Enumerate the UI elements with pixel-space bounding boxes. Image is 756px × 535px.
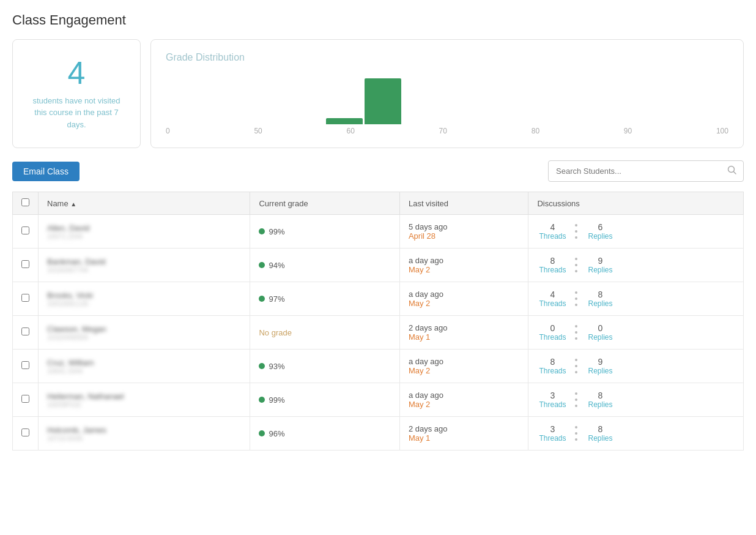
visited-ago: 2 days ago <box>409 424 520 433</box>
not-visited-count: 4 <box>68 57 86 89</box>
student-name: Clawson, Megan <box>47 324 241 334</box>
grade-value: 93% <box>269 362 284 371</box>
dot-1 <box>575 258 577 260</box>
header-discussions[interactable]: Discussions <box>528 192 744 215</box>
row-checkbox[interactable] <box>21 226 29 234</box>
student-id: 10320490000 <box>47 334 241 341</box>
threads-count-cell: 4 Threads <box>537 222 568 241</box>
student-name: Cruz, William <box>47 358 241 367</box>
replies-label: Replies <box>588 367 612 375</box>
replies-count-cell: 8 Replies <box>585 290 615 308</box>
grade-value: 99% <box>269 395 284 405</box>
threads-label: Threads <box>539 299 566 308</box>
replies-count-cell: 8 Replies <box>585 424 615 443</box>
row-checkbox[interactable] <box>21 260 29 268</box>
dot-1 <box>575 426 577 428</box>
dot-2 <box>575 331 577 334</box>
row-checkbox[interactable] <box>21 294 29 302</box>
dot-2 <box>575 230 577 233</box>
row-checkbox-cell[interactable] <box>13 215 39 249</box>
dot-1 <box>575 392 577 395</box>
visited-date: May 2 <box>409 299 520 308</box>
email-class-button[interactable]: Email Class <box>12 162 80 181</box>
dot-separator <box>573 357 580 375</box>
grade-distribution-title: Grade Distribution <box>166 52 728 63</box>
replies-label: Replies <box>588 232 612 241</box>
replies-label: Replies <box>588 299 612 308</box>
search-box[interactable] <box>548 160 744 182</box>
threads-label: Threads <box>539 367 566 375</box>
select-all-checkbox[interactable] <box>21 198 29 206</box>
dot-3 <box>575 438 577 441</box>
chart-bar <box>365 78 401 124</box>
student-last-visited-cell: a day ago May 2 <box>399 383 528 417</box>
header-name[interactable]: Name ▲ <box>39 192 250 215</box>
header-last-visited[interactable]: Last visited <box>399 192 528 215</box>
visited-date: May 1 <box>409 332 520 342</box>
threads-count: 4 <box>550 290 555 299</box>
student-discussions-cell: 4 Threads 6 Replies <box>528 215 744 249</box>
dot-separator <box>573 324 580 341</box>
student-grade-cell: 96% <box>250 417 400 451</box>
row-checkbox[interactable] <box>21 327 29 335</box>
replies-count: 9 <box>598 256 603 266</box>
discussions-container: 8 Threads 9 Replies <box>537 256 735 274</box>
replies-count-cell: 9 Replies <box>585 256 615 274</box>
student-last-visited-cell: a day ago May 2 <box>399 282 528 316</box>
discussions-container: 4 Threads 6 Replies <box>537 222 735 241</box>
replies-count: 6 <box>598 222 603 232</box>
row-checkbox-cell[interactable] <box>13 383 39 417</box>
top-cards: 4 students have not visited this course … <box>12 39 744 148</box>
row-checkbox-cell[interactable] <box>13 350 39 383</box>
replies-count-cell: 9 Replies <box>585 357 615 375</box>
dot-3 <box>575 337 577 340</box>
header-grade[interactable]: Current grade <box>250 192 400 215</box>
student-last-visited-cell: a day ago May 2 <box>399 350 528 383</box>
row-checkbox-cell[interactable] <box>13 282 39 316</box>
threads-count: 3 <box>550 391 555 400</box>
grade-dot <box>259 363 265 369</box>
student-name-cell: Allen, David 10071.2344 <box>39 215 250 249</box>
search-icon-button[interactable] <box>721 161 743 181</box>
threads-label: Threads <box>539 266 566 274</box>
student-grade-cell: 99% <box>250 383 400 417</box>
threads-count: 4 <box>550 222 555 232</box>
student-discussions-cell: 3 Threads 8 Replies <box>528 383 744 417</box>
student-grade-cell: No grade <box>250 316 400 350</box>
replies-label: Replies <box>588 434 612 443</box>
threads-count: 0 <box>550 323 555 333</box>
dot-separator <box>573 391 580 408</box>
row-checkbox[interactable] <box>21 395 29 403</box>
visited-date: May 2 <box>409 366 520 375</box>
row-checkbox[interactable] <box>21 361 29 369</box>
row-checkbox[interactable] <box>21 428 29 436</box>
student-grade-cell: 97% <box>250 282 400 316</box>
grade-distribution-chart: 05060708090100 <box>166 75 728 135</box>
dot-3 <box>575 270 577 272</box>
threads-count-cell: 3 Threads <box>537 424 568 443</box>
student-discussions-cell: 3 Threads 8 Replies <box>528 417 744 451</box>
table-row: Brooks, Vicki 10010061130 97% a day ago … <box>13 282 744 316</box>
visited-ago: 2 days ago <box>409 323 520 332</box>
discussions-container: 3 Threads 8 Replies <box>537 391 735 409</box>
header-select-all[interactable] <box>13 192 39 215</box>
row-checkbox-cell[interactable] <box>13 417 39 451</box>
student-name-cell: Brooks, Vicki 10010061130 <box>39 282 250 316</box>
x-axis-label: 90 <box>624 127 632 135</box>
row-checkbox-cell[interactable] <box>13 316 39 350</box>
row-checkbox-cell[interactable] <box>13 249 39 282</box>
student-last-visited-cell: 5 days ago April 28 <box>399 215 528 249</box>
student-name: Bankman, David <box>47 257 241 266</box>
search-input[interactable] <box>549 162 721 180</box>
discussions-container: 8 Threads 9 Replies <box>537 357 735 375</box>
threads-count-cell: 0 Threads <box>537 323 568 342</box>
table-row: Cruz, William 10641.3344 93% a day ago M… <box>13 350 744 383</box>
student-id: 10641.3344 <box>47 367 241 375</box>
table-row: Heilerman, Nathanael 10039F532 99% a day… <box>13 383 744 417</box>
x-axis-label: 70 <box>439 127 447 135</box>
grade-dot <box>259 296 265 302</box>
search-icon <box>727 165 737 175</box>
dot-2 <box>575 264 577 266</box>
replies-count-cell: 0 Replies <box>585 323 615 342</box>
student-id: 10071.2344 <box>47 233 241 240</box>
